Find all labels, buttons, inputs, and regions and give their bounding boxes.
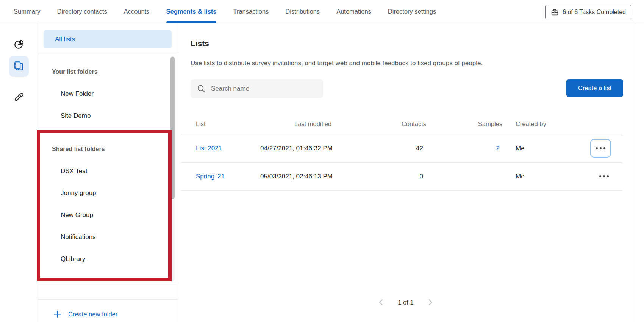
tab-accounts[interactable]: Accounts [124,0,150,23]
folder-scrollbar-track[interactable] [170,56,175,281]
nav-tabs: SummaryDirectory contactsAccountsSegment… [14,0,436,23]
folder-section-heading-your-list-folders: Your list folders [38,61,172,83]
column-header-list: List [181,120,260,128]
all-lists-label: All lists [55,36,75,43]
chevron-left-icon[interactable] [378,299,383,306]
sidebar-item-site-demo[interactable]: Site Demo [38,105,172,127]
briefcase-icon [551,8,559,16]
table-body: List 202104/27/2021, 01:46:32 PM422MeSpr… [181,134,622,191]
table-row-list-2021: List 202104/27/2021, 01:46:32 PM422Me [181,134,622,163]
tab-directory-contacts[interactable]: Directory contacts [57,0,107,23]
last-modified-value: 04/27/2021, 01:46:32 PM [260,145,356,152]
tab-summary[interactable]: Summary [14,0,41,23]
sidebar-item-all-lists[interactable]: All lists [44,30,172,48]
section-gap [38,127,172,138]
eyedropper-icon[interactable] [9,87,29,108]
column-header-created-by: Created by [502,120,588,128]
sidebar-item-dsx-test[interactable]: DSX Test [38,160,172,182]
create-a-list-button[interactable]: Create a list [566,79,623,97]
page-description: Use lists to distribute survey invitatio… [191,59,483,67]
table-row-spring-21: Spring '2105/03/2021, 02:46:13 PM0Me [181,163,622,191]
folder-scrollbar-thumb[interactable] [170,57,175,199]
sidebar-item-notifications[interactable]: Notifications [38,226,172,248]
row-actions-button-list-2021[interactable] [590,139,611,158]
tab-directory-settings[interactable]: Directory settings [388,0,436,23]
divider [38,299,178,300]
tasks-completed-label: 6 of 6 Tasks Completed [563,9,626,16]
chevron-right-icon[interactable] [428,299,433,306]
tab-segments-lists[interactable]: Segments & lists [166,0,217,23]
search-icon [197,84,206,93]
created-by-value: Me [502,173,588,180]
pie-chart-icon[interactable] [9,34,29,55]
folder-panel: All lists Your list foldersNew FolderSit… [38,23,178,322]
icon-rail [0,23,38,322]
samples-link[interactable]: 2 [496,145,500,152]
top-navigation: SummaryDirectory contactsAccountsSegment… [0,0,644,23]
tab-distributions[interactable]: Distributions [285,0,320,23]
folder-section-heading-shared-list-folders: Shared list folders [38,138,172,160]
ellipsis-icon [596,147,605,149]
table-header-row: List Last modified Contacts Samples Crea… [181,114,622,134]
last-modified-value: 05/03/2021, 02:46:13 PM [260,173,356,180]
main-content: Lists Use lists to distribute survey inv… [178,23,644,322]
create-new-folder-button[interactable]: Create new folder [38,304,178,322]
plus-icon [53,310,62,319]
sidebar-item-new-folder[interactable]: New Folder [38,83,172,105]
row-actions-button-spring-21[interactable] [597,173,611,180]
list-link-spring-21[interactable]: Spring '21 [196,173,225,180]
notebook-lists-icon[interactable] [9,56,29,77]
page-title: Lists [191,39,209,48]
column-header-last-modified: Last modified [260,120,356,128]
tab-transactions[interactable]: Transactions [233,0,269,23]
folder-list: Your list foldersNew FolderSite DemoShar… [38,61,172,270]
divider [38,53,178,53]
main-scroll-gutter [636,23,636,322]
contacts-value: 42 [356,145,426,152]
tasks-completed-button[interactable]: 6 of 6 Tasks Completed [545,5,631,19]
pagination-label: 1 of 1 [398,299,413,306]
column-header-samples: Samples [426,120,502,128]
contacts-value: 0 [356,173,426,180]
divider [38,284,178,284]
created-by-value: Me [502,145,588,152]
create-new-folder-label: Create new folder [68,311,117,318]
column-header-contacts: Contacts [356,120,426,128]
sidebar-item-jonny-group[interactable]: Jonny group [38,182,172,204]
list-link-list-2021[interactable]: List 2021 [196,145,222,152]
sidebar-item-new-group[interactable]: New Group [38,204,172,226]
sidebar-item-qlibrary[interactable]: QLibrary [38,248,172,270]
tab-automations[interactable]: Automations [336,0,371,23]
pagination: 1 of 1 [378,299,433,306]
ellipsis-icon [599,175,609,177]
search-box [191,79,323,98]
search-input[interactable] [211,85,309,92]
lists-table: List Last modified Contacts Samples Crea… [181,114,622,191]
